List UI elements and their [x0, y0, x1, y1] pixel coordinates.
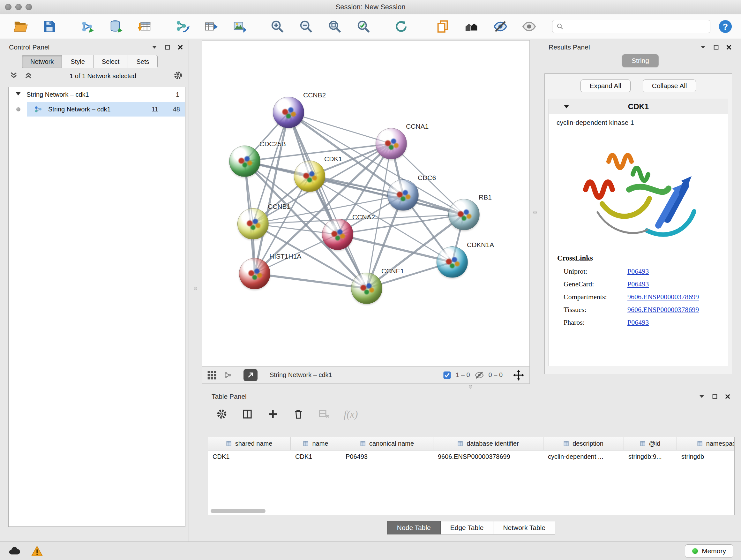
column-header-namespace[interactable]: namespace: [677, 437, 735, 450]
tab-sets[interactable]: Sets: [128, 55, 158, 68]
new-network-button[interactable]: [174, 18, 190, 35]
table-cell-id[interactable]: stringdb:9...: [624, 450, 677, 464]
expand-all-icon[interactable]: [24, 71, 32, 81]
panel-float-icon[interactable]: [164, 44, 171, 51]
grid-view-icon[interactable]: [207, 370, 217, 380]
panel-menu-icon[interactable]: [151, 44, 158, 51]
network-row[interactable]: String Network – cdk1 11 48: [9, 102, 185, 117]
home-overview-button[interactable]: [464, 18, 480, 35]
tab-select[interactable]: Select: [93, 55, 128, 68]
tab-network[interactable]: Network: [22, 55, 62, 68]
node-CCNB2[interactable]: [273, 97, 304, 128]
tab-edge-table[interactable]: Edge Table: [441, 521, 494, 535]
import-network-file-button[interactable]: [79, 18, 95, 35]
collapse-all-button[interactable]: Collapse All: [643, 79, 696, 92]
show-columns-icon[interactable]: [242, 408, 253, 420]
zoom-out-button[interactable]: [298, 18, 314, 35]
node-CDC25B[interactable]: [229, 145, 260, 177]
node-RB1[interactable]: [448, 199, 480, 230]
tab-string[interactable]: String: [622, 54, 659, 67]
memory-button[interactable]: Memory: [685, 544, 733, 558]
column-header-id[interactable]: @id: [624, 437, 677, 450]
hidden-eye-slash-icon[interactable]: [475, 370, 484, 380]
expand-all-button[interactable]: Expand All: [581, 79, 630, 92]
network-collection-row[interactable]: String Network – cdk1 1: [9, 87, 185, 102]
network-options-gear-icon[interactable]: [173, 71, 183, 81]
import-network-database-button[interactable]: [108, 18, 124, 35]
search-input[interactable]: [567, 23, 706, 30]
node-CDK1[interactable]: [294, 161, 325, 192]
table-cell-name[interactable]: CDK1: [291, 450, 341, 464]
network-view-mode-icon[interactable]: [223, 370, 232, 380]
node-HIST1H1A[interactable]: [239, 258, 270, 289]
zoom-fit-button[interactable]: [327, 18, 343, 35]
collapse-triangle-icon[interactable]: [15, 91, 21, 99]
tab-node-table[interactable]: Node Table: [387, 521, 441, 535]
panel-close-icon[interactable]: [177, 44, 184, 51]
zoom-in-button[interactable]: [269, 18, 285, 35]
show-selection-button[interactable]: [521, 18, 537, 35]
panel-float-icon[interactable]: [713, 44, 719, 51]
column-header-database-identifier[interactable]: database identifier: [433, 437, 543, 450]
panel-float-icon[interactable]: [712, 393, 718, 400]
main-toolbar: ?: [0, 14, 741, 39]
crosslink-link[interactable]: P06493: [627, 280, 649, 288]
column-header-description[interactable]: description: [543, 437, 624, 450]
copy-document-button[interactable]: [435, 18, 451, 35]
column-header-shared-name[interactable]: shared name: [208, 437, 291, 450]
network-canvas[interactable]: CCNB2CCNA1CDC25BCDK1CDC6RB1CCNB1CCNA2CDK…: [202, 40, 530, 367]
refresh-button[interactable]: [393, 18, 409, 35]
help-button[interactable]: ?: [718, 18, 733, 35]
node-CCNE1[interactable]: [351, 273, 382, 304]
hide-selection-button[interactable]: [492, 18, 509, 35]
collapse-all-icon[interactable]: [10, 71, 18, 81]
node-CDC6[interactable]: [387, 179, 419, 211]
collapse-triangle-icon[interactable]: [563, 103, 570, 110]
column-header-canonical-name[interactable]: canonical name: [341, 437, 433, 450]
tab-style[interactable]: Style: [62, 55, 93, 68]
tab-network-table[interactable]: Network Table: [493, 521, 555, 535]
protein-card-header[interactable]: CDK1: [549, 99, 728, 114]
node-CCNB1[interactable]: [238, 208, 269, 240]
scrollbar-thumb[interactable]: [211, 509, 266, 513]
table-cell-namespace[interactable]: stringdb: [677, 450, 735, 464]
table-cell-database-identifier[interactable]: 9606.ENSP00000378699: [433, 450, 543, 464]
zoom-selected-button[interactable]: [355, 18, 372, 35]
table-cell-description[interactable]: cyclin-dependent ...: [543, 450, 624, 464]
export-image-button[interactable]: [232, 18, 248, 35]
panel-menu-icon[interactable]: [698, 393, 705, 400]
selected-checkbox-icon[interactable]: [443, 371, 451, 379]
column-header-name[interactable]: name: [291, 437, 341, 450]
panel-close-icon[interactable]: [726, 44, 732, 51]
panel-close-icon[interactable]: [724, 393, 731, 400]
node-CDKN1A[interactable]: [436, 246, 468, 278]
detach-view-button[interactable]: [244, 369, 258, 381]
pan-crosshair-icon[interactable]: [513, 369, 524, 381]
table-row[interactable]: CDK1CDK1P064939606.ENSP00000378699cyclin…: [208, 450, 734, 464]
panel-menu-icon[interactable]: [699, 44, 706, 51]
warnings-button[interactable]: [30, 545, 44, 557]
import-table-button[interactable]: [137, 18, 152, 35]
left-splitter-handle[interactable]: [194, 287, 197, 290]
node-layer: CCNB2CCNA1CDC25BCDK1CDC6RB1CCNB1CCNA2CDK…: [202, 41, 529, 366]
protein-thumbnail: [247, 267, 263, 281]
node-CCNA1[interactable]: [376, 128, 407, 159]
add-column-icon[interactable]: [267, 408, 279, 420]
table-horizontal-scrollbar[interactable]: [211, 509, 732, 513]
save-session-button[interactable]: [42, 18, 57, 35]
export-table-button[interactable]: [203, 18, 219, 35]
cloud-status-button[interactable]: [8, 544, 21, 558]
crosslink-link[interactable]: P06493: [627, 318, 649, 327]
table-cell-shared-name[interactable]: CDK1: [208, 450, 291, 464]
node-CCNA2[interactable]: [322, 219, 353, 250]
horizontal-splitter-handle[interactable]: [469, 385, 472, 388]
right-splitter-handle[interactable]: [533, 211, 537, 214]
table-settings-gear-icon[interactable]: [216, 408, 227, 420]
crosslink-link[interactable]: P06493: [627, 267, 649, 275]
open-session-button[interactable]: [13, 18, 29, 35]
crosslink-link[interactable]: 9606.ENSP00000378699: [627, 293, 699, 301]
delete-column-icon[interactable]: [293, 408, 304, 420]
table-cell-canonical-name[interactable]: P06493: [341, 450, 433, 464]
crosslink-link[interactable]: 9606.ENSP00000378699: [627, 306, 699, 314]
selected-network-row[interactable]: String Network – cdk1 11 48: [27, 102, 185, 117]
